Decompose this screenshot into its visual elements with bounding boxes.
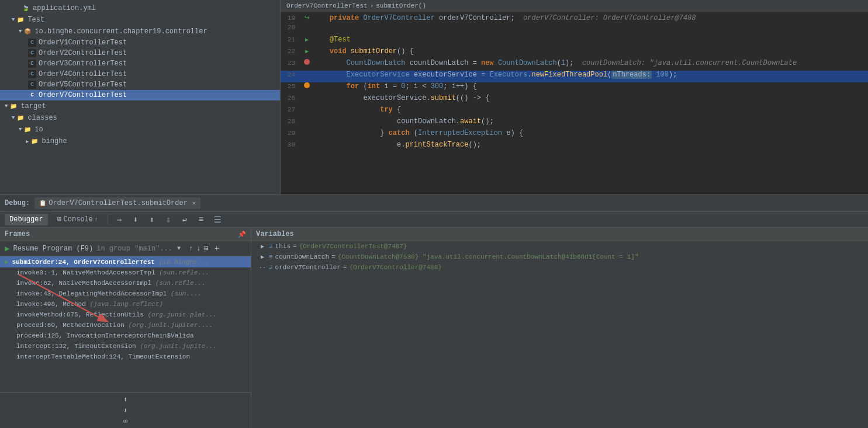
line-number: 21 <box>281 36 301 43</box>
resume-label: Resume Program (F9) <box>13 245 93 253</box>
var-eq-cdl: = <box>331 253 336 260</box>
var-name-this: this <box>275 243 291 250</box>
java-class-icon: C <box>28 81 36 89</box>
var-name-cdl: countDownLatch <box>275 253 329 260</box>
frames-header-buttons: 📌 <box>238 231 246 238</box>
dropdown-arrow[interactable]: ▼ <box>177 245 181 252</box>
frame-text-9: intercept:132, TimeoutExtension (org.jun… <box>16 343 217 350</box>
tree-item-orderv2[interactable]: C OrderV2ControllerTest <box>0 48 280 58</box>
expand-cdl[interactable]: ▶ <box>258 253 267 260</box>
frame-item-10[interactable]: interceptTestableMethod:124, TimeoutExte… <box>0 352 251 362</box>
current-frame-arrow: ▶ <box>5 258 9 266</box>
tab-debugger[interactable]: Debugger <box>5 214 48 225</box>
tree-label-orderv4: OrderV4ControllerTest <box>39 70 127 78</box>
btn-step-over[interactable]: ⇒ <box>113 213 126 226</box>
var-item-this[interactable]: ▶ ≡ this = {OrderV7ControllerTest@7487} <box>251 241 868 252</box>
line-content-19: private OrderV7Controller orderV7Control… <box>313 14 868 22</box>
expand-this[interactable]: ▶ <box>258 243 267 250</box>
group-label: in group "main"... <box>96 245 172 253</box>
tab-close-button[interactable]: ✕ <box>192 200 196 207</box>
tree-item-orderv5[interactable]: C OrderV5ControllerTest <box>0 79 280 90</box>
frame-text-8: proceed:125, InvocationInterceptorChain$… <box>16 332 194 339</box>
line-number: 27 <box>281 106 301 113</box>
breadcrumb-method: submitOrder() <box>376 2 426 9</box>
debug-label: Debug: <box>5 199 30 207</box>
frame-item-7[interactable]: proceed:60, MethodInvocation (org.junit.… <box>0 320 251 330</box>
tree-item-orderv4[interactable]: C OrderV4ControllerTest <box>0 69 280 79</box>
tree-item-application-yml[interactable]: 🍃 application.yml <box>0 2 280 14</box>
frame-text-4: invoke:43, DelegatingMethodAccessorImpl … <box>16 290 202 297</box>
folder-icon-io: 📁 <box>23 125 32 134</box>
var-icon-cdl: ≡ <box>269 253 273 260</box>
line-content-21: @Test <box>313 36 868 44</box>
frame-text-5: invoke:498, Method (java.lang.reflect) <box>16 301 163 308</box>
tree-item-binghe[interactable]: ▶ 📁 binghe <box>0 135 280 147</box>
expand-ov7c[interactable]: ∙∙ <box>258 265 267 271</box>
tree-item-orderv3[interactable]: C OrderV3ControllerTest <box>0 58 280 69</box>
var-item-ov7c[interactable]: ∙∙ ≡ orderV7Controller = {OrderV7Control… <box>251 262 868 273</box>
frame-item-1[interactable]: ▶ submitOrder:24, OrderV7ControllerTest … <box>0 256 251 267</box>
var-item-cdl[interactable]: ▶ ≡ countDownLatch = {CountDownLatch@753… <box>251 252 868 262</box>
tree-item-classes[interactable]: ▼ 📁 classes <box>0 112 280 124</box>
tree-label-classes: classes <box>27 114 57 122</box>
folder-icon-target: 📁 <box>9 102 18 111</box>
play-icon[interactable]: ▶ <box>5 243 9 253</box>
var-name-ov7c: orderV7Controller <box>275 264 341 271</box>
tree-item-target[interactable]: ▼ 📁 target <box>0 100 280 112</box>
line-number: 29 <box>281 130 301 137</box>
btn-drop-frame[interactable]: ↩ <box>178 213 191 226</box>
var-val-ov7c: {OrderV7Controller@7488} <box>349 264 441 271</box>
var-val-this: {OrderV7ControllerTest@7487} <box>299 243 407 250</box>
frame-item-9[interactable]: intercept:132, TimeoutExtension (org.jun… <box>0 341 251 352</box>
tree-item-orderv7[interactable]: C OrderV7ControllerTest <box>0 90 280 100</box>
frames-list: ▶ submitOrder:24, OrderV7ControllerTest … <box>0 256 251 392</box>
frame-item-8[interactable]: proceed:125, InvocationInterceptorChain$… <box>0 330 251 341</box>
expand-arrow-target: ▼ <box>5 103 8 109</box>
debug-section: Debug: 📋 OrderV7ControllerTest.submitOrd… <box>0 194 868 428</box>
filter-button[interactable]: ⊟ <box>204 244 208 253</box>
btn-eval[interactable]: ≡ <box>195 213 208 226</box>
frame-item-5[interactable]: invoke:498, Method (java.lang.reflect) <box>0 299 251 309</box>
add-button[interactable]: + <box>215 244 219 253</box>
btn-force-step[interactable]: ⇩ <box>162 213 175 226</box>
line-content-29: } catch (InterruptedException e) { <box>313 129 868 137</box>
infinity-btn[interactable]: ∞ <box>123 417 127 426</box>
btn-step-into[interactable]: ⬇ <box>129 213 142 226</box>
frame-up-button[interactable]: ↑ <box>189 245 193 253</box>
var-val-cdl: {CountDownLatch@7530} "java.util.concurr… <box>338 253 639 260</box>
gutter-green-arrow3: ▶ <box>305 48 309 55</box>
tab-console[interactable]: 🖥 Console ↑ <box>51 214 103 225</box>
debug-tab-orderv7[interactable]: 📋 OrderV7ControllerTest.submitOrder ✕ <box>34 197 200 209</box>
file-tree: 🍃 application.yml ▼ 📁 Test ▼ 📦 io.binghe… <box>0 0 281 194</box>
line-content-27: try { <box>313 106 868 114</box>
frame-item-4[interactable]: invoke:43, DelegatingMethodAccessorImpl … <box>0 288 251 299</box>
debug-tab-label: OrderV7ControllerTest.submitOrder <box>49 199 188 207</box>
scroll-up-btn[interactable]: ⬆ <box>123 395 127 404</box>
frame-text-7: proceed:60, MethodInvocation (org.junit.… <box>16 322 213 329</box>
frames-panel-header: Frames 📌 <box>0 228 251 241</box>
frame-item-6[interactable]: invokeMethod:675, ReflectionUtils (org.j… <box>0 309 251 320</box>
breadcrumb-separator: › <box>370 2 374 9</box>
main-container: 🍃 application.yml ▼ 📁 Test ▼ 📦 io.binghe… <box>0 0 868 428</box>
tree-item-test[interactable]: ▼ 📁 Test <box>0 14 280 26</box>
code-line-28: 28 countDownLatch.await(); <box>281 117 868 129</box>
scroll-down-btn[interactable]: ⬇ <box>123 406 127 415</box>
yaml-icon: 🍃 <box>21 4 30 13</box>
frame-item-3[interactable]: invoke:62, NativeMethodAccessorImpl (sun… <box>0 278 251 288</box>
line-number: 20 <box>281 24 301 31</box>
gutter-green-arrow2: ▶ <box>305 36 309 43</box>
tree-item-io2[interactable]: ▼ 📁 io <box>0 124 280 135</box>
pin-button[interactable]: 📌 <box>238 231 246 238</box>
tree-item-orderv1[interactable]: C OrderV1ControllerTest <box>0 37 280 48</box>
var-eq-this: = <box>293 243 297 250</box>
frame-text-2: invoke0:-1, NativeMethodAccessorImpl (su… <box>16 269 209 276</box>
line-number: 23 <box>281 60 301 67</box>
btn-breakpoints[interactable]: ☰ <box>211 213 224 226</box>
code-line-27: 27 try { <box>281 106 868 117</box>
frame-item-2[interactable]: invoke0:-1, NativeMethodAccessorImpl (su… <box>0 267 251 278</box>
tree-label-binghe: binghe <box>42 137 67 145</box>
btn-step-out[interactable]: ⬆ <box>146 213 158 226</box>
tree-label-orderv5: OrderV5ControllerTest <box>39 81 127 89</box>
tree-item-io-pkg[interactable]: ▼ 📦 io.binghe.concurrent.chapter19.contr… <box>0 26 280 37</box>
frame-down-button[interactable]: ↓ <box>196 245 200 253</box>
